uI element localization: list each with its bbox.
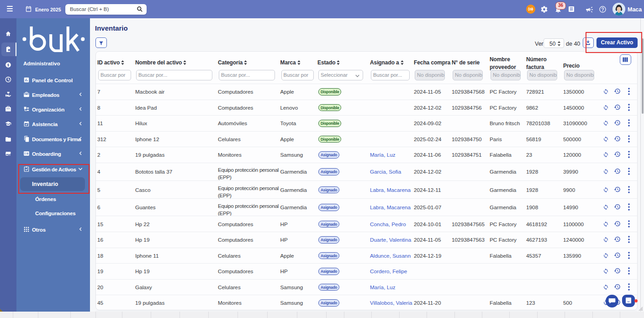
svg-text:$: $ [7,64,9,67]
